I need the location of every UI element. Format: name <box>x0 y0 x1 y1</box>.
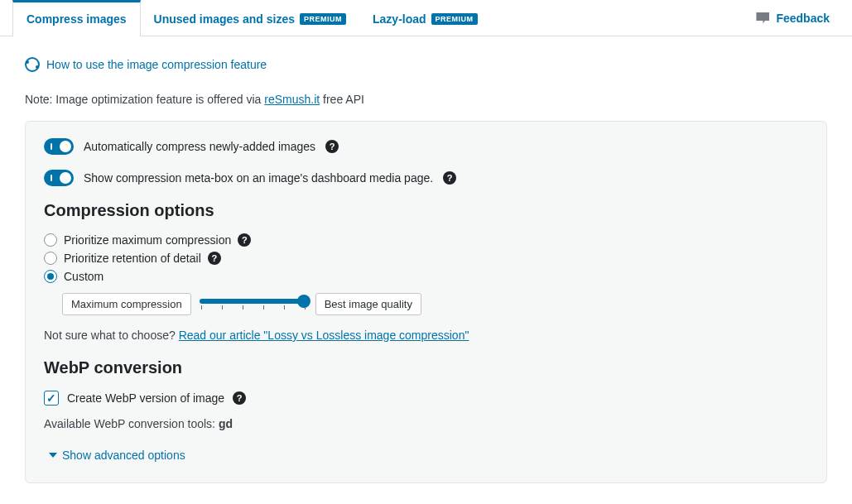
advanced-label: Show advanced options <box>62 449 185 462</box>
toggle-metabox-row: Show compression meta-box on an image's … <box>44 170 808 186</box>
toggle-auto-compress-row: Automatically compress newly-added image… <box>44 138 808 155</box>
help-tooltip-icon[interactable]: ? <box>233 391 246 405</box>
note-prefix: Note: Image optimization feature is offe… <box>25 93 264 106</box>
tools-value: gd <box>219 417 233 430</box>
tabs-bar: Compress images Unused images and sizes … <box>0 0 852 36</box>
radio-max-compression[interactable] <box>44 233 57 247</box>
help-tooltip-icon[interactable]: ? <box>443 171 456 185</box>
api-note: Note: Image optimization feature is offe… <box>25 93 827 106</box>
radio-label: Custom <box>64 270 103 283</box>
webp-heading: WebP conversion <box>44 358 808 377</box>
show-advanced-toggle[interactable]: Show advanced options <box>49 449 808 462</box>
slider-ticks <box>200 305 307 310</box>
radio-label: Prioritize maximum compression <box>64 233 231 247</box>
toggle-label: Automatically compress newly-added image… <box>84 140 315 153</box>
tab-unused-images[interactable]: Unused images and sizes PREMIUM <box>141 0 359 36</box>
help-link[interactable]: How to use the image compression feature <box>46 58 267 71</box>
best-quality-button[interactable]: Best image quality <box>315 293 421 315</box>
help-tooltip-icon[interactable]: ? <box>238 233 251 247</box>
max-compression-button[interactable]: Maximum compression <box>62 293 191 315</box>
chevron-down-icon <box>49 453 57 458</box>
help-link-row: How to use the image compression feature <box>25 57 827 72</box>
webp-checkbox[interactable] <box>44 391 59 406</box>
radio-retention[interactable] <box>44 252 57 265</box>
comment-icon <box>756 12 769 24</box>
premium-badge: PREMIUM <box>300 13 346 25</box>
feedback-label: Feedback <box>776 12 830 25</box>
feedback-link[interactable]: Feedback <box>756 12 840 25</box>
help-tooltip-icon[interactable]: ? <box>208 252 221 265</box>
webp-checkbox-row: Create WebP version of image ? <box>44 391 808 406</box>
settings-panel: Automatically compress newly-added image… <box>25 121 827 483</box>
premium-badge: PREMIUM <box>431 13 478 25</box>
tab-label: Lazy-load <box>373 12 426 26</box>
toggle-auto-compress[interactable] <box>44 138 74 155</box>
lossy-article-link[interactable]: Read our article "Lossy vs Lossless imag… <box>179 329 469 342</box>
slider-track <box>200 299 307 304</box>
slider-thumb[interactable] <box>297 295 310 308</box>
help-tooltip-icon[interactable]: ? <box>325 140 339 153</box>
note-suffix: free API <box>320 93 364 106</box>
radio-max-compression-row: Prioritize maximum compression ? <box>44 233 808 247</box>
tab-label: Unused images and sizes <box>154 12 295 26</box>
resmush-link[interactable]: reSmush.it <box>264 93 320 106</box>
radio-retention-row: Prioritize retention of detail ? <box>44 252 808 265</box>
tab-compress-images[interactable]: Compress images <box>12 0 141 36</box>
main-content: How to use the image compression feature… <box>0 36 852 504</box>
quality-slider-row: Maximum compression Best image quality <box>62 293 808 315</box>
tab-lazy-load[interactable]: Lazy-load PREMIUM <box>359 0 491 36</box>
radio-custom[interactable] <box>44 270 57 283</box>
compression-options-heading: Compression options <box>44 201 808 220</box>
radio-label: Prioritize retention of detail <box>64 252 201 265</box>
hint-prefix: Not sure what to choose? <box>44 329 179 342</box>
toggle-metabox[interactable] <box>44 170 74 186</box>
help-icon <box>25 57 40 72</box>
tools-prefix: Available WebP conversion tools: <box>44 417 219 430</box>
quality-slider[interactable] <box>200 299 307 310</box>
radio-custom-row: Custom <box>44 270 808 283</box>
toggle-label: Show compression meta-box on an image's … <box>84 171 433 185</box>
webp-tools-line: Available WebP conversion tools: gd <box>44 417 808 430</box>
checkbox-label: Create WebP version of image <box>67 391 224 405</box>
tab-label: Compress images <box>26 12 127 26</box>
compression-hint: Not sure what to choose? Read our articl… <box>44 329 808 342</box>
